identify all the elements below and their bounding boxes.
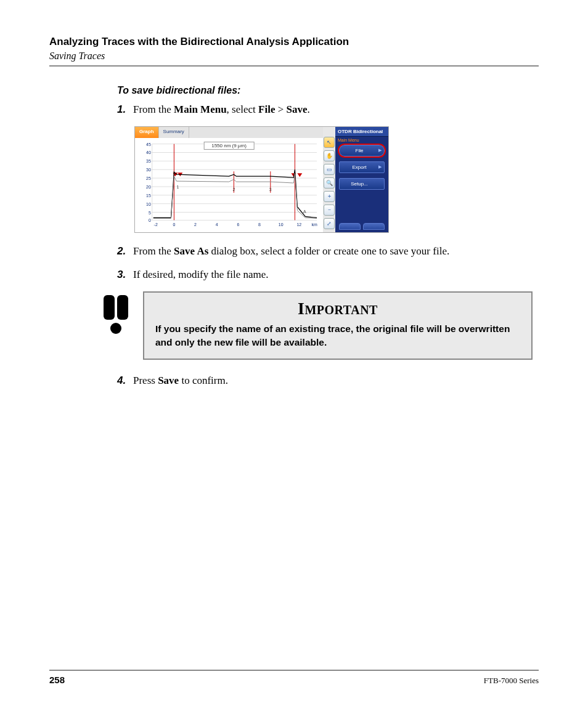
zoom-icon[interactable]: 🔍 (324, 177, 335, 189)
svg-text:km: km (311, 222, 317, 227)
step-2: 2. From the Save As dialog box, select a… (117, 244, 533, 259)
svg-text:0: 0 (149, 218, 151, 222)
procedure-heading: To save bidirectional files: (117, 85, 533, 96)
page-number: 258 (49, 675, 65, 685)
bottom-tab[interactable] (339, 223, 361, 230)
svg-text:10: 10 (146, 201, 151, 206)
svg-text:35: 35 (146, 159, 151, 163)
svg-text:20: 20 (146, 185, 151, 189)
tab-summary[interactable]: Summary (159, 127, 189, 138)
svg-text:3: 3 (269, 187, 272, 192)
hand-icon[interactable]: ✋ (324, 150, 335, 161)
important-title: Important (155, 299, 520, 318)
header-rule (49, 65, 539, 67)
svg-text:30: 30 (146, 168, 151, 172)
tab-graph[interactable]: Graph (135, 127, 159, 138)
svg-text:10: 10 (279, 222, 284, 227)
panel-title: OTDR Bidirectional (335, 127, 388, 137)
svg-text:15: 15 (146, 193, 151, 197)
svg-text:0: 0 (173, 222, 175, 227)
chart-legend: 1550 nm (9 µm) (203, 142, 255, 150)
svg-text:25: 25 (146, 176, 151, 181)
svg-rect-42 (104, 295, 115, 320)
section-title: Saving Traces (49, 51, 539, 62)
chart-toolbar: ↖ ✋ ▭ 🔍 ＋ － ⤢ (323, 127, 335, 232)
step-number: 1. (117, 102, 133, 118)
step-number: 3. (117, 267, 133, 283)
step-text: From the Main Menu, select File > Save. (133, 102, 533, 118)
svg-text:A: A (303, 209, 306, 213)
fit-icon[interactable]: ⤢ (324, 218, 335, 229)
step-4: 4. Press Save to confirm. (117, 373, 533, 389)
svg-text:-2: -2 (154, 222, 158, 227)
chart-svg: 45 40 35 30 25 20 15 10 5 0 (137, 139, 321, 231)
important-callout: Important If you specify the name of an … (99, 291, 533, 360)
svg-text:40: 40 (146, 150, 151, 155)
zoom-in-icon[interactable]: ＋ (324, 191, 335, 202)
chevron-right-icon: ▶ (378, 148, 382, 153)
chapter-title: Analyzing Traces with the Bidirectional … (49, 36, 539, 48)
svg-text:5: 5 (149, 210, 151, 214)
svg-text:1: 1 (176, 185, 179, 189)
panel-subtitle: Main Menu (335, 137, 388, 142)
embedded-screenshot: Graph Summary 1550 nm (9 µm) (134, 126, 389, 233)
bottom-tab[interactable] (363, 223, 385, 230)
product-series: FTB-7000 Series (484, 676, 539, 686)
svg-text:6: 6 (237, 222, 239, 227)
important-text: If you specify the name of an existing t… (155, 322, 520, 349)
page-footer: 258 FTB-7000 Series (49, 670, 539, 686)
svg-text:4: 4 (216, 222, 218, 227)
zoom-window-icon[interactable]: ▭ (324, 164, 335, 175)
menu-setup-button[interactable]: Setup... (339, 178, 385, 190)
cursor-icon[interactable]: ↖ (324, 137, 335, 148)
exclamation-icon (99, 291, 137, 360)
step-number: 2. (117, 244, 133, 259)
svg-text:8: 8 (258, 222, 261, 227)
step-1: 1. From the Main Menu, select File > Sav… (117, 102, 533, 118)
otdr-chart: 1550 nm (9 µm) (135, 138, 323, 232)
step-3: 3. If desired, modify the file name. (117, 267, 533, 283)
step-number: 4. (117, 373, 133, 389)
svg-rect-43 (117, 295, 128, 320)
menu-export-button[interactable]: Export▶ (339, 161, 385, 173)
tab-bar: Graph Summary (135, 127, 323, 138)
svg-text:2: 2 (194, 222, 197, 227)
chevron-right-icon: ▶ (378, 164, 382, 169)
step-text: From the Save As dialog box, select a fo… (133, 244, 533, 259)
step-text: If desired, modify the file name. (133, 267, 533, 283)
svg-text:12: 12 (296, 222, 301, 227)
svg-text:45: 45 (146, 142, 151, 146)
svg-point-44 (110, 323, 121, 334)
menu-file-button[interactable]: File▶ (339, 145, 385, 156)
svg-text:2: 2 (232, 187, 235, 192)
step-text: Press Save to confirm. (133, 373, 533, 389)
zoom-out-icon[interactable]: － (324, 205, 335, 216)
svg-marker-37 (297, 173, 302, 177)
